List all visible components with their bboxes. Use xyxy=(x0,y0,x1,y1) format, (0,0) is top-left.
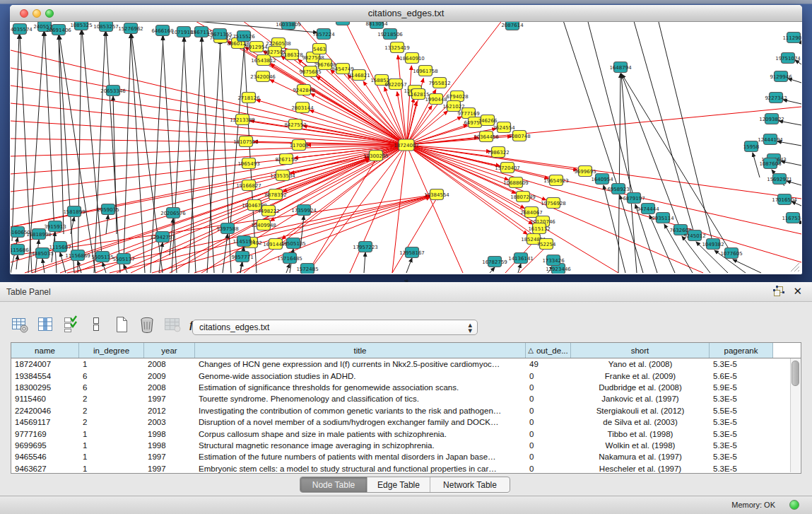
network-node[interactable]: 752254 xyxy=(537,239,556,250)
cell-year[interactable]: 2009 xyxy=(144,370,195,381)
cell-out_de[interactable]: 0 xyxy=(526,428,571,439)
table-selector-dropdown[interactable]: citations_edges.txt ▴▾ xyxy=(192,320,478,335)
network-node[interactable]: 16961758 xyxy=(413,66,438,76)
cell-name[interactable]: 9465546 xyxy=(11,451,79,462)
table-mode-icon[interactable] xyxy=(10,315,29,334)
network-node[interactable]: 746266 xyxy=(478,115,498,126)
cell-year[interactable]: 1997 xyxy=(144,393,195,404)
network-node[interactable]: 2718126 xyxy=(237,93,260,103)
network-node[interactable]: 17957223 xyxy=(353,242,378,252)
row-icon[interactable] xyxy=(86,315,105,334)
table-row[interactable]: 2242004622012Investigating the contribut… xyxy=(11,405,801,416)
cell-pagerank[interactable]: 5.3E-5 xyxy=(710,440,773,451)
network-node[interactable]: 20364456 xyxy=(473,132,499,142)
network-node[interactable]: 9397588 xyxy=(216,223,238,234)
cell-name[interactable]: 9699695 xyxy=(11,440,79,451)
network-node[interactable]: 12213389 xyxy=(230,115,255,125)
cell-pagerank[interactable]: 5.6E-5 xyxy=(710,370,773,381)
network-node[interactable]: 9242848 xyxy=(293,85,314,95)
cell-in_degree[interactable]: 2 xyxy=(79,416,144,428)
table-row[interactable]: 977716911998Corpus callosum shape and si… xyxy=(11,428,801,439)
cell-name[interactable]: 9777169 xyxy=(11,428,79,439)
column-header-in_degree[interactable]: in_degree xyxy=(79,343,144,358)
network-node[interactable]: 11156869 xyxy=(65,250,90,261)
cell-pagerank[interactable]: 5.3E-5 xyxy=(710,428,773,439)
tab-network-table[interactable]: Network Table xyxy=(430,477,510,492)
close-panel-icon[interactable]: ✕ xyxy=(793,286,802,297)
cell-title[interactable]: Changes of HCN gene expression and I(f) … xyxy=(195,358,526,370)
network-node[interactable]: 5463 xyxy=(313,44,326,54)
network-node[interactable]: 117006 xyxy=(290,140,309,151)
network-node[interactable]: 3915913 xyxy=(44,221,66,232)
cell-title[interactable]: Genome-wide association studies in ADHD. xyxy=(195,370,526,381)
network-node[interactable]: 7986322 xyxy=(487,147,509,158)
network-node[interactable]: 10688609 xyxy=(503,177,529,188)
cell-in_degree[interactable]: 2 xyxy=(79,393,144,404)
cell-out_de[interactable]: 0 xyxy=(526,382,571,393)
table-row[interactable]: 946362711997Embryonic stem cells: a mode… xyxy=(11,463,801,474)
cell-in_degree[interactable]: 2 xyxy=(79,405,144,416)
cell-out_de[interactable]: 0 xyxy=(526,451,571,462)
network-node[interactable]: 13958167 xyxy=(399,247,425,258)
network-node[interactable]: 12444194 xyxy=(758,134,783,145)
network-node[interactable]: 1648794 xyxy=(609,62,632,73)
network-view-window[interactable]: citations_edges.txt 74638228860128891295… xyxy=(10,5,802,274)
network-node[interactable]: 8912604 xyxy=(331,22,354,25)
cell-short[interactable]: Tibbo et al. (1998) xyxy=(571,428,710,439)
column-header-year[interactable]: year xyxy=(144,343,195,358)
network-node[interactable]: 10853257 xyxy=(93,22,119,32)
cell-pagerank[interactable]: 5.3E-5 xyxy=(710,358,773,370)
cell-pagerank[interactable]: 5.3E-5 xyxy=(710,463,773,474)
cell-out_de[interactable]: 0 xyxy=(526,370,571,381)
network-node[interactable]: 20653346 xyxy=(100,86,126,96)
table-row[interactable]: 1938455462009Genome-wide association stu… xyxy=(11,370,801,381)
cell-name[interactable]: 18724007 xyxy=(11,358,79,370)
cell-name[interactable]: 19384554 xyxy=(11,370,79,381)
cell-pagerank[interactable]: 5.3E-5 xyxy=(710,393,773,404)
column-header-short[interactable]: short xyxy=(571,343,710,358)
network-node[interactable]: 18640910 xyxy=(399,53,425,64)
cell-out_de[interactable]: 0 xyxy=(526,416,571,428)
cell-pagerank[interactable]: 5.3E-5 xyxy=(710,416,773,428)
window-titlebar[interactable]: citations_edges.txt xyxy=(10,5,802,22)
cell-title[interactable]: Estimation of the future numbers of pati… xyxy=(195,451,526,462)
cell-out_de[interactable]: 0 xyxy=(526,440,571,451)
table-row[interactable]: 969969511998Structural magnetic resonanc… xyxy=(11,440,801,451)
table-row[interactable]: 911546021997Tourette syndrome. Phenomeno… xyxy=(11,393,801,404)
network-node[interactable]: 8813054 xyxy=(365,22,388,29)
network-node[interactable]: 1112904 xyxy=(782,33,801,43)
cell-short[interactable]: Dudbridge et al. (2008) xyxy=(571,382,710,393)
network-node[interactable]: 14136141 xyxy=(508,253,534,264)
network-node[interactable]: 6794028 xyxy=(446,91,468,102)
cell-short[interactable]: Yano et al. (2008) xyxy=(571,358,710,370)
network-node[interactable]: 15958 xyxy=(743,141,759,152)
network-node[interactable]: 17016504 xyxy=(772,194,797,205)
network-node[interactable]: 1167534 xyxy=(782,213,801,223)
cell-short[interactable]: Hescheler et al. (1997) xyxy=(571,463,710,474)
network-node[interactable]: 19218506 xyxy=(377,29,403,40)
tab-node-table[interactable]: Node Table xyxy=(300,477,367,492)
column-header-title[interactable]: title xyxy=(195,343,526,358)
scrollbar-thumb[interactable] xyxy=(792,361,799,386)
table-row[interactable]: 1872400712008Changes of HCN gene express… xyxy=(11,358,801,370)
import-table-icon[interactable] xyxy=(163,315,182,334)
network-node[interactable]: 12093822 xyxy=(759,114,784,124)
network-node[interactable]: 15692971 xyxy=(767,174,792,185)
cell-pagerank[interactable]: 5.3E-5 xyxy=(710,451,773,462)
cell-in_degree[interactable]: 6 xyxy=(79,382,144,393)
column-header-pagerank[interactable]: pagerank xyxy=(710,343,773,358)
cell-year[interactable]: 2008 xyxy=(144,358,195,370)
cell-pagerank[interactable]: 5.9E-5 xyxy=(710,382,773,393)
network-node[interactable]: 6466160 xyxy=(151,25,173,36)
network-node[interactable]: 1080748 xyxy=(508,131,530,141)
network-canvas[interactable]: 7463822886012889129542226053898275051654… xyxy=(11,22,801,274)
network-node[interactable]: 1640954 xyxy=(591,174,613,185)
network-node[interactable]: 2935114 xyxy=(652,213,674,223)
cell-out_de[interactable]: 49 xyxy=(526,358,571,370)
column-select-icon[interactable] xyxy=(61,315,80,334)
cell-year[interactable]: 2008 xyxy=(144,382,195,393)
table-tabs[interactable]: Node TableEdge TableNetwork Table xyxy=(300,477,510,493)
cell-name[interactable]: 18300295 xyxy=(11,382,79,393)
network-node[interactable]: 13325419 xyxy=(384,42,410,53)
cell-name[interactable]: 9463627 xyxy=(11,463,79,474)
